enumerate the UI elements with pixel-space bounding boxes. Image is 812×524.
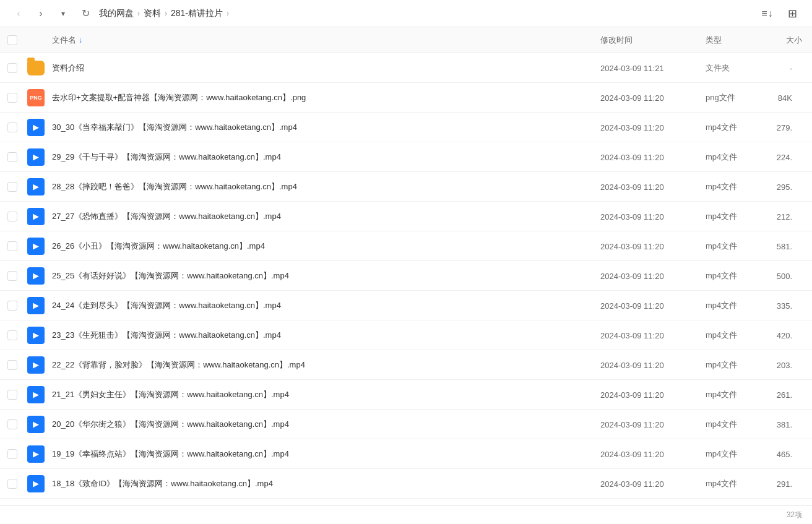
header-mtime-col[interactable]: 修改时间 xyxy=(595,35,701,46)
file-mtime: 2024-03-09 11:20 xyxy=(600,420,664,429)
row-icon-col: ▶ xyxy=(25,416,47,433)
video-icon: ▶ xyxy=(27,119,45,136)
select-all-checkbox[interactable] xyxy=(7,35,17,45)
table-row[interactable]: ▶ 27_27《恐怖直播》【海淘资源网：www.haitaoketang.cn】… xyxy=(0,202,812,231)
row-name-col: 20_20《华尔街之狼》【海淘资源网：www.haitaoketang.cn】.… xyxy=(47,419,595,430)
row-size-col: 420. xyxy=(762,330,812,340)
video-icon: ▶ xyxy=(27,475,45,492)
row-checkbox[interactable] xyxy=(7,63,17,73)
file-type: mp4文件 xyxy=(706,241,737,251)
sort-view-button[interactable]: ≡↓ xyxy=(758,4,777,24)
file-size: 261. xyxy=(777,390,802,400)
file-type: mp4文件 xyxy=(706,182,737,191)
row-size-col: 84K xyxy=(762,93,812,103)
table-row[interactable]: ▶ 28_28《摔跤吧！爸爸》【海淘资源网：www.haitaoketang.c… xyxy=(0,172,812,202)
table-row[interactable]: 资料介绍 2024-03-09 11:21 文件夹 - xyxy=(0,53,812,83)
back-button[interactable]: ‹ xyxy=(10,5,27,22)
row-checkbox[interactable] xyxy=(7,271,17,281)
file-type: mp4文件 xyxy=(706,122,737,132)
table-row[interactable]: ▶ 22_22《背靠背，脸对脸》【海淘资源网：www.haitaoketang.… xyxy=(0,350,812,380)
row-checkbox[interactable] xyxy=(7,93,17,103)
row-size-col: 500. xyxy=(762,271,812,281)
row-size-col: 295. xyxy=(762,182,812,192)
row-checkbox-col xyxy=(0,479,25,489)
table-row[interactable]: ▶ 18_18《致命ID》【海淘资源网：www.haitaoketang.cn】… xyxy=(0,469,812,499)
file-type: mp4文件 xyxy=(706,449,737,458)
video-icon: ▶ xyxy=(27,356,45,374)
file-size: 335. xyxy=(777,301,802,311)
col-type-label: 类型 xyxy=(706,35,722,45)
row-checkbox[interactable] xyxy=(7,182,17,192)
file-size: 500. xyxy=(777,272,802,281)
file-type: mp4文件 xyxy=(706,330,737,340)
row-checkbox[interactable] xyxy=(7,479,17,489)
row-size-col: 203. xyxy=(762,360,812,370)
row-checkbox[interactable] xyxy=(7,152,17,162)
file-type: mp4文件 xyxy=(706,271,737,280)
forward-button[interactable]: › xyxy=(32,5,50,22)
row-mtime-col: 2024-03-09 11:20 xyxy=(595,390,701,400)
video-icon: ▶ xyxy=(27,327,45,344)
file-name: 26_26《小丑》【海淘资源网：www.haitaoketang.cn】.mp4 xyxy=(52,241,265,252)
row-icon-col: ▶ xyxy=(25,386,47,403)
header-size-col[interactable]: 大小 xyxy=(762,35,812,46)
row-checkbox[interactable] xyxy=(7,360,17,370)
row-mtime-col: 2024-03-09 11:20 xyxy=(595,479,701,489)
table-row[interactable]: ▶ 25_25《有话好好说》【海淘资源网：www.haitaoketang.cn… xyxy=(0,261,812,291)
row-size-col: 291. xyxy=(762,479,812,489)
table-row[interactable]: ▶ 26_26《小丑》【海淘资源网：www.haitaoketang.cn】.m… xyxy=(0,231,812,261)
col-size-label: 大小 xyxy=(786,35,802,45)
breadcrumb-ziliao[interactable]: 资料 xyxy=(144,8,161,19)
header-type-col[interactable]: 类型 xyxy=(701,35,762,46)
folder-icon xyxy=(27,61,45,75)
row-checkbox[interactable] xyxy=(7,212,17,221)
refresh-button[interactable]: ↻ xyxy=(77,5,94,22)
table-row[interactable]: PNG 去水印+文案提取+配音神器【海淘资源网：www.haitaoketang… xyxy=(0,83,812,113)
row-checkbox-col xyxy=(0,271,25,281)
table-row[interactable]: ▶ 29_29《千与千寻》【海淘资源网：www.haitaoketang.cn】… xyxy=(0,142,812,172)
row-mtime-col: 2024-03-09 11:20 xyxy=(595,241,701,251)
file-type: mp4文件 xyxy=(706,212,737,221)
table-row[interactable]: ▶ 20_20《华尔街之狼》【海淘资源网：www.haitaoketang.cn… xyxy=(0,410,812,439)
row-mtime-col: 2024-03-09 11:20 xyxy=(595,449,701,459)
col-name-label: 文件名 xyxy=(52,35,76,46)
grid-view-button[interactable]: ⊞ xyxy=(782,4,802,24)
row-checkbox[interactable] xyxy=(7,330,17,340)
header-name-col[interactable]: 文件名 ↓ xyxy=(47,35,595,46)
row-type-col: mp4文件 xyxy=(701,181,762,192)
file-name: 24_24《走到尽头》【海淘资源网：www.haitaoketang.cn】.m… xyxy=(52,300,281,311)
breadcrumb-mycloud[interactable]: 我的网盘 xyxy=(99,8,134,19)
table-row[interactable]: ▶ 30_30《当幸福来敲门》【海淘资源网：www.haitaoketang.c… xyxy=(0,113,812,142)
dropdown-button[interactable]: ▾ xyxy=(54,5,72,22)
file-type: mp4文件 xyxy=(706,479,737,488)
file-size: 291. xyxy=(777,479,802,489)
row-type-col: mp4文件 xyxy=(701,270,762,281)
row-checkbox[interactable] xyxy=(7,241,17,251)
file-type: mp4文件 xyxy=(706,360,737,369)
row-checkbox[interactable] xyxy=(7,301,17,311)
row-checkbox[interactable] xyxy=(7,122,17,132)
row-mtime-col: 2024-03-09 11:20 xyxy=(595,330,701,340)
video-icon: ▶ xyxy=(27,386,45,403)
file-mtime: 2024-03-09 11:20 xyxy=(600,93,664,103)
file-name: 去水印+文案提取+配音神器【海淘资源网：www.haitaoketang.cn】… xyxy=(52,92,306,103)
table-row[interactable]: ▶ 19_19《幸福终点站》【海淘资源网：www.haitaoketang.cn… xyxy=(0,439,812,469)
row-checkbox[interactable] xyxy=(7,449,17,459)
video-icon: ▶ xyxy=(27,416,45,433)
table-row[interactable]: ▶ 23_23《生死狙击》【海淘资源网：www.haitaoketang.cn】… xyxy=(0,320,812,350)
row-type-col: mp4文件 xyxy=(701,389,762,400)
row-name-col: 19_19《幸福终点站》【海淘资源网：www.haitaoketang.cn】.… xyxy=(47,449,595,460)
table-row[interactable]: ▶ 21_21《男妇女主任》【海淘资源网：www.haitaoketang.cn… xyxy=(0,380,812,410)
table-row[interactable]: ▶ 24_24《走到尽头》【海淘资源网：www.haitaoketang.cn】… xyxy=(0,291,812,320)
row-name-col: 28_28《摔跤吧！爸爸》【海淘资源网：www.haitaoketang.cn】… xyxy=(47,181,595,192)
file-type: mp4文件 xyxy=(706,390,737,399)
row-icon-col: ▶ xyxy=(25,238,47,255)
row-size-col: 381. xyxy=(762,419,812,429)
toolbar-right: ≡↓ ⊞ xyxy=(758,4,802,24)
row-checkbox[interactable] xyxy=(7,390,17,400)
row-type-col: mp4文件 xyxy=(701,241,762,252)
file-name: 27_27《恐怖直播》【海淘资源网：www.haitaoketang.cn】.m… xyxy=(52,211,281,222)
row-name-col: 29_29《千与千寻》【海淘资源网：www.haitaoketang.cn】.m… xyxy=(47,152,595,163)
video-icon: ▶ xyxy=(27,445,45,463)
row-checkbox[interactable] xyxy=(7,419,17,429)
